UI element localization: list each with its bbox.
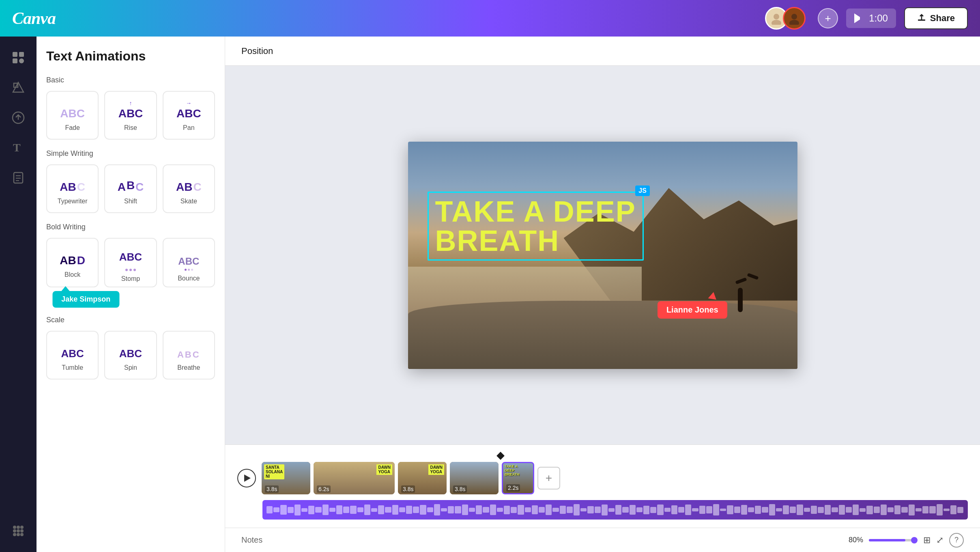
share-button[interactable]: Share — [904, 7, 968, 29]
bounce-preview: ABC — [178, 247, 199, 267]
animation-card-skate[interactable]: ABC Skate — [163, 164, 215, 213]
timeline-clip-2[interactable]: DAWNYOGA 6.2s — [314, 462, 395, 494]
timeline-play-button[interactable] — [237, 469, 256, 487]
skate-label: Skate — [181, 198, 197, 205]
canvas-heading: TAKE A DEEP BREATH — [435, 197, 636, 255]
timeline-clip-5[interactable]: TAKE ADEEPBREATH 2.2s — [502, 462, 534, 494]
svg-point-19 — [13, 533, 16, 536]
add-clip-button[interactable]: + — [537, 467, 560, 489]
animation-card-pan[interactable]: → ABC Pan — [163, 91, 215, 140]
svg-point-0 — [774, 14, 779, 19]
fade-preview: ABC — [60, 100, 85, 120]
play-icon — [854, 13, 864, 23]
svg-rect-4 — [918, 19, 925, 21]
animation-card-fade[interactable]: ABC Fade — [46, 91, 99, 140]
svg-point-3 — [789, 20, 799, 25]
clip1-duration: 3.8s — [265, 485, 279, 493]
audio-track[interactable]: (function() { const container = document… — [262, 500, 968, 520]
canvas-frame[interactable]: JS TAKE A DEEP BREATH Lianne Jones — [408, 142, 797, 369]
share-label: Share — [930, 13, 955, 24]
timeline-clips: SANTASOLANANI 3.8s DAWNYOGA 6.2s DAWNYOG… — [237, 462, 968, 494]
clip5-duration: 2.2s — [506, 484, 520, 492]
animation-card-stomp[interactable]: ABC Stomp — [104, 238, 157, 287]
svg-point-2 — [791, 14, 797, 19]
position-tab[interactable]: Position — [241, 46, 273, 56]
clip4-duration: 3.8s — [453, 485, 467, 493]
header: Canva + 1:00 Share — [0, 0, 980, 37]
avatar-group — [765, 7, 806, 30]
shift-preview: A B C — [118, 173, 144, 194]
svg-point-8 — [19, 58, 24, 63]
animation-card-block[interactable]: ABD Block Jake Simpson — [46, 238, 99, 287]
zoom-percent: 80% — [849, 536, 863, 544]
sidebar-item-elements[interactable] — [5, 45, 31, 71]
play-timer-button[interactable]: 1:00 — [846, 9, 896, 28]
typewriter-preview: ABC — [60, 173, 85, 194]
animation-card-bounce[interactable]: ABC Bounce — [163, 238, 215, 287]
animation-card-spin[interactable]: ABC Spin — [104, 331, 157, 380]
share-icon — [917, 14, 926, 23]
audio-waveform: (function() { const container = document… — [266, 504, 964, 516]
expand-icon[interactable]: ⤢ — [936, 535, 943, 546]
header-right: + 1:00 Share — [765, 7, 968, 30]
figure-body — [738, 288, 743, 312]
zoom-controls: 80% ⊞ ⤢ ? — [849, 533, 964, 548]
status-bar: Notes 80% ⊞ ⤢ ? — [225, 528, 980, 552]
js-badge: JS — [635, 185, 650, 196]
clip3-duration: 3.8s — [401, 485, 415, 493]
animation-card-breathe[interactable]: ABC Breathe — [163, 331, 215, 380]
clip1-title: SANTASOLANANI — [264, 464, 284, 479]
skate-preview: ABC — [176, 173, 202, 194]
stomp-label: Stomp — [121, 275, 140, 282]
lianne-name: Lianne Jones — [666, 305, 718, 314]
bounce-label: Bounce — [178, 275, 200, 282]
timeline-clip-3[interactable]: DAWNYOGA 3.8s — [398, 462, 447, 494]
pan-preview: → ABC — [176, 100, 201, 120]
svg-point-17 — [17, 529, 20, 533]
sidebar-item-files[interactable] — [5, 165, 31, 191]
animation-card-shift[interactable]: A B C Shift — [104, 164, 157, 213]
animation-card-rise[interactable]: ↑ ABC Rise — [104, 91, 157, 140]
left-panel: Text Animations Basic ABC Fade ↑ ABC — [37, 37, 225, 552]
bold-writing-grid: ABD Block Jake Simpson ABC — [46, 238, 215, 287]
timeline-playhead — [262, 453, 968, 459]
grid-view-icon[interactable]: ⊞ — [923, 535, 931, 546]
canvas-area: JS TAKE A DEEP BREATH Lianne Jones — [225, 66, 980, 444]
rise-preview: ↑ ABC — [118, 100, 143, 120]
jake-name: Jake Simpson — [61, 295, 110, 303]
svg-point-20 — [17, 533, 20, 536]
timeline-clip-1[interactable]: SANTASOLANANI 3.8s — [262, 462, 310, 494]
block-label: Block — [64, 271, 80, 278]
avatar-user2[interactable] — [783, 7, 806, 30]
svg-point-15 — [20, 526, 24, 529]
stomp-preview: ABC — [119, 247, 142, 267]
section-scale-label: Scale — [46, 316, 215, 324]
help-button[interactable]: ? — [949, 533, 964, 548]
zoom-slider[interactable] — [869, 539, 918, 541]
jake-tooltip: Jake Simpson — [52, 291, 119, 308]
animation-card-tumble[interactable]: ABC Tumble — [46, 331, 99, 380]
tumble-label: Tumble — [62, 364, 83, 371]
notes-label[interactable]: Notes — [241, 535, 262, 545]
jake-tooltip-container: Jake Simpson — [52, 291, 119, 308]
sidebar-item-uploads[interactable] — [5, 105, 31, 131]
sidebar-item-apps[interactable] — [5, 518, 31, 544]
svg-rect-5 — [13, 52, 17, 57]
tumble-preview: ABC — [61, 340, 84, 360]
svg-point-1 — [772, 20, 781, 25]
sidebar-item-text[interactable]: T — [5, 135, 31, 161]
zoom-slider-fill — [869, 539, 905, 541]
heading-line1: TAKE A DEEP — [435, 197, 636, 226]
add-collaborator-button[interactable]: + — [818, 8, 838, 28]
fade-label: Fade — [65, 124, 80, 132]
section-basic-label: Basic — [46, 76, 215, 84]
timeline-clip-4[interactable]: 3.8s — [450, 462, 499, 494]
sidebar-item-shapes[interactable] — [5, 75, 31, 101]
svg-point-13 — [13, 526, 16, 529]
animation-card-typewriter[interactable]: ABC Typewriter — [46, 164, 99, 213]
canva-logo[interactable]: Canva — [12, 9, 56, 28]
text-box-selected[interactable]: JS TAKE A DEEP BREATH — [428, 192, 644, 261]
svg-point-16 — [13, 529, 16, 533]
typewriter-label: Typewriter — [58, 198, 88, 205]
block-preview: ABD — [60, 247, 85, 267]
